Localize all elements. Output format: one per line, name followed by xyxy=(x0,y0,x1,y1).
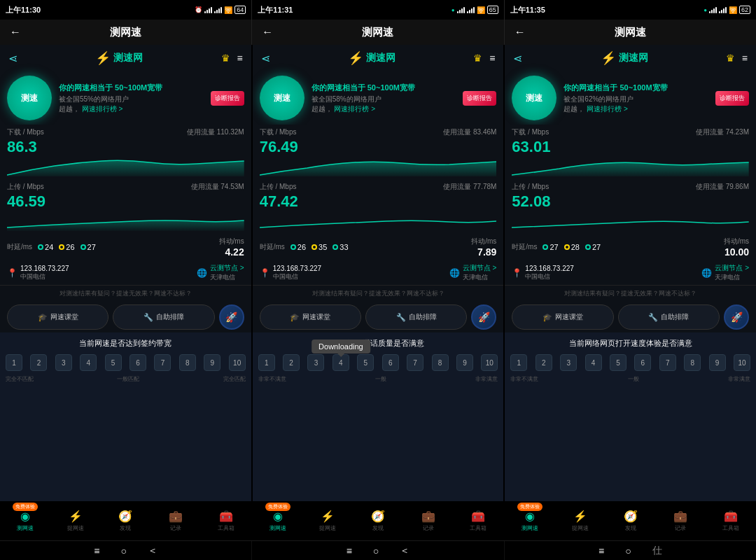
classroom-btn-3[interactable]: 🎓 网速课堂 xyxy=(512,304,613,330)
nav-item-tools-1[interactable]: 🧰 工具箱 xyxy=(201,501,251,540)
rating-2-9[interactable]: 9 xyxy=(456,354,473,371)
recent-btn-3[interactable]: 仕 xyxy=(652,545,662,557)
node-text-2[interactable]: 云测节点 > xyxy=(463,263,497,273)
classroom-btn-1[interactable]: 🎓 网速课堂 xyxy=(7,304,108,330)
rating-2-7[interactable]: 7 xyxy=(407,354,424,371)
rating-3-1[interactable]: 1 xyxy=(510,354,527,371)
rating-2-1[interactable]: 1 xyxy=(258,354,275,371)
rating-1-6[interactable]: 6 xyxy=(130,354,146,371)
troubleshoot-btn-3[interactable]: 🔧 自助排障 xyxy=(618,304,720,330)
rating-3-7[interactable]: 7 xyxy=(659,354,676,371)
jitter-val-1: 4.22 xyxy=(219,246,244,258)
rating-2-4[interactable]: Downloading 4 xyxy=(332,354,349,371)
diag-btn-1[interactable]: 诊断报告 xyxy=(211,91,244,106)
back-btn-phone-3[interactable]: ○ xyxy=(625,545,631,556)
menu-icon-3[interactable]: ≡ xyxy=(742,52,748,64)
rating-3-5[interactable]: 5 xyxy=(610,354,626,371)
rating-3-2[interactable]: 2 xyxy=(536,354,552,371)
logo-s-1: ⚡ xyxy=(95,50,111,66)
back-btn-phone-2[interactable]: ○ xyxy=(373,545,379,556)
speed-label-2: 测网速 xyxy=(270,524,286,532)
rating-2-3[interactable]: 3 xyxy=(307,354,324,371)
crown-icon-2[interactable]: ♛ xyxy=(473,52,482,64)
nav-item-tools-2[interactable]: 🧰 工具箱 xyxy=(454,501,504,540)
rating-2-6[interactable]: 6 xyxy=(382,354,399,371)
diag-btn-3[interactable]: 诊断报告 xyxy=(715,91,749,106)
rating-1-3[interactable]: 3 xyxy=(55,354,72,371)
nav-item-boost-2[interactable]: ⚡ 提网速 xyxy=(302,501,353,540)
recent-btn-1[interactable]: ＜ xyxy=(148,545,158,557)
back-btn-1[interactable]: ← xyxy=(10,26,21,38)
boost-icon-1: ⚡ xyxy=(69,510,83,523)
rating-3-9[interactable]: 9 xyxy=(709,354,726,371)
rating-1-7[interactable]: 7 xyxy=(154,354,171,371)
status-icons-3: ● 🛜 62 xyxy=(704,6,750,14)
speed-main-text-1: 你的网速相当于 50~100M宽带 xyxy=(59,83,206,93)
nav-item-boost-3[interactable]: ⚡ 提网速 xyxy=(555,501,606,540)
nav-item-record-3[interactable]: 💼 记录 xyxy=(656,501,706,540)
diag-btn-2[interactable]: 诊断报告 xyxy=(463,91,496,106)
rating-1-4[interactable]: 4 xyxy=(80,354,97,371)
rating-3-3[interactable]: 3 xyxy=(560,354,577,371)
rating-2-8[interactable]: 8 xyxy=(432,354,449,371)
back-btn-phone-1[interactable]: ○ xyxy=(121,545,127,556)
home-btn-3[interactable]: ≡ xyxy=(598,545,604,556)
node-text-1[interactable]: 云测节点 > xyxy=(210,263,244,273)
crown-icon-1[interactable]: ♛ xyxy=(221,52,230,64)
test-circle-1[interactable]: 测速 xyxy=(7,76,52,120)
rating-2-5[interactable]: 5 xyxy=(357,354,374,371)
rank-link-1[interactable]: 网速排行榜 > xyxy=(82,105,123,113)
rating-3-6[interactable]: 6 xyxy=(634,354,651,371)
nav-item-boost-1[interactable]: ⚡ 提网速 xyxy=(50,501,101,540)
nav-item-speed-test-1[interactable]: 免费体验 ◉ 测网速 xyxy=(0,501,50,540)
crown-icon-3[interactable]: ♛ xyxy=(726,52,735,64)
rating-1-8[interactable]: 8 xyxy=(179,354,196,371)
nav-item-discover-3[interactable]: 🧭 发现 xyxy=(606,501,656,540)
rating-1-1[interactable]: 1 xyxy=(6,354,22,371)
home-btn-1[interactable]: ≡ xyxy=(94,545,99,556)
globe-icon-1: 🌐 xyxy=(197,268,207,278)
rank-link-2[interactable]: 网速排行榜 > xyxy=(334,105,375,113)
menu-icon-1[interactable]: ≡ xyxy=(237,52,243,64)
rating-1-2[interactable]: 2 xyxy=(30,354,47,371)
nav-item-record-2[interactable]: 💼 记录 xyxy=(403,501,454,540)
rating-1-10[interactable]: 10 xyxy=(229,354,246,371)
test-circle-3[interactable]: 测速 xyxy=(512,76,556,120)
speed-sub-text-2: 被全国58%的网络用户 超越， 网速排行榜 > xyxy=(312,94,459,114)
rocket-btn-1[interactable]: 🚀 xyxy=(219,304,244,330)
rating-2-2[interactable]: 2 xyxy=(283,354,300,371)
nav-item-discover-1[interactable]: 🧭 发现 xyxy=(100,501,150,540)
rating-1-5[interactable]: 5 xyxy=(105,354,122,371)
share-icon-2[interactable]: ⋖ xyxy=(261,52,270,65)
nav-item-tools-3[interactable]: 🧰 工具箱 xyxy=(706,501,756,540)
recent-btn-2[interactable]: ＜ xyxy=(400,545,410,557)
back-btn-3[interactable]: ← xyxy=(514,26,526,38)
latency-item-5: 35 xyxy=(312,243,327,251)
rating-3-8[interactable]: 8 xyxy=(684,354,701,371)
rocket-btn-3[interactable]: 🚀 xyxy=(724,304,749,330)
nav-item-discover-2[interactable]: 🧭 发现 xyxy=(353,501,403,540)
tools-icon-3: 🧰 xyxy=(724,510,738,523)
troubleshoot-btn-2[interactable]: 🔧 自助排障 xyxy=(365,304,467,330)
nav-item-speed-test-2[interactable]: 免费体验 ◉ 测网速 xyxy=(253,501,303,540)
download-value-3: 63.01 xyxy=(512,139,749,155)
test-circle-2[interactable]: 测速 xyxy=(260,76,304,120)
rating-3-10[interactable]: 10 xyxy=(734,354,750,371)
troubleshoot-icon-1: 🔧 xyxy=(144,313,153,322)
rating-3-4[interactable]: 4 xyxy=(585,354,602,371)
home-btn-2[interactable]: ≡ xyxy=(346,545,352,556)
menu-icon-2[interactable]: ≡ xyxy=(489,52,495,64)
rating-1-9[interactable]: 9 xyxy=(204,354,220,371)
node-text-3[interactable]: 云测节点 > xyxy=(715,263,749,273)
rating-2-10[interactable]: 10 xyxy=(481,354,498,371)
classroom-btn-2[interactable]: 🎓 网速课堂 xyxy=(260,304,361,330)
share-icon-1[interactable]: ⋖ xyxy=(8,52,18,65)
latency-dot-9 xyxy=(585,244,591,250)
rank-link-3[interactable]: 网速排行榜 > xyxy=(587,105,628,113)
rocket-btn-2[interactable]: 🚀 xyxy=(471,304,496,330)
troubleshoot-btn-1[interactable]: 🔧 自助排障 xyxy=(113,304,214,330)
nav-item-speed-test-3[interactable]: 免费体验 ◉ 测网速 xyxy=(505,501,555,540)
nav-item-record-1[interactable]: 💼 记录 xyxy=(150,501,201,540)
back-btn-2[interactable]: ← xyxy=(262,26,273,38)
share-icon-3[interactable]: ⋖ xyxy=(513,52,522,65)
